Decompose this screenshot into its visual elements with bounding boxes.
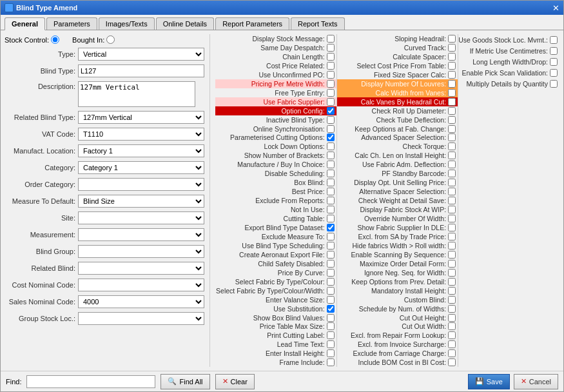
cb-online-synchronisation-input[interactable] [327, 125, 335, 133]
manufact-location-select[interactable]: Factory 1 [78, 144, 204, 157]
cb-lock-down-options-input[interactable] [327, 142, 335, 150]
measure-to-default-select[interactable]: Blind Size [78, 195, 204, 208]
cb-long-length-width-drop-input[interactable] [550, 58, 558, 66]
cb-cost-price-related-input[interactable] [327, 62, 335, 70]
cb-select-cost-price-table-input[interactable] [448, 62, 456, 70]
tab-online-details[interactable]: Online Details [156, 17, 214, 30]
cb-use-fabric-adm-deflection-input[interactable] [448, 161, 456, 168]
cb-calc-width-from-vanes-input[interactable] [448, 89, 456, 97]
cb-export-blind-type-dataset-input[interactable] [327, 224, 335, 231]
cb-display-stock-message-input[interactable] [327, 35, 335, 43]
cb-use-goods-stock-loc-input[interactable] [550, 36, 558, 44]
cb-include-bom-cost-input[interactable] [448, 358, 456, 366]
cb-keep-options-fab-change-input[interactable] [448, 125, 456, 133]
cb-override-number-of-width-input[interactable] [448, 215, 456, 222]
cb-multiply-details-quantity-input[interactable] [550, 80, 558, 88]
cb-exclude-measure-to-input[interactable] [327, 233, 335, 240]
cb-check-roll-up-diameter-input[interactable] [448, 107, 456, 115]
cb-custom-blind-input[interactable] [448, 296, 456, 304]
cb-curved-track-input[interactable] [448, 44, 456, 52]
stock-control-radio[interactable] [51, 35, 59, 44]
cb-use-unconfirmed-po-input[interactable] [327, 71, 335, 79]
cb-lead-time-text-input[interactable] [327, 340, 335, 348]
order-category-select[interactable] [78, 178, 204, 191]
cb-select-fabric-type-colour-width-input[interactable] [327, 287, 335, 295]
cb-parameterised-cutting-input[interactable] [327, 133, 335, 141]
cancel-button[interactable]: ✕ Cancel [514, 374, 558, 389]
tab-report-parameters[interactable]: Report Parameters [215, 17, 289, 30]
cb-chain-length-input[interactable] [327, 53, 335, 61]
site-select[interactable] [78, 211, 204, 224]
cb-option-config-input[interactable] [327, 107, 335, 115]
cb-use-blind-type-scheduling-input[interactable] [327, 242, 335, 250]
category-select[interactable]: Category 1 [78, 161, 204, 174]
cb-sloping-headrail-input[interactable] [448, 35, 456, 43]
cb-enable-pick-scan-input[interactable] [550, 69, 558, 77]
cb-box-blind-input[interactable] [327, 179, 335, 186]
cb-show-box-blind-values-input[interactable] [327, 314, 335, 322]
cb-same-day-despatch-input[interactable] [327, 44, 335, 52]
cb-not-in-use-input[interactable] [327, 206, 335, 213]
cb-exclude-from-reports-input[interactable] [327, 197, 335, 204]
cb-excl-invoice-surcharge-input[interactable] [448, 340, 456, 348]
cb-keep-options-prev-detail-input[interactable] [448, 278, 456, 286]
cb-mandatory-install-height-input[interactable] [448, 287, 456, 295]
cb-calc-vanes-headrail-cut-input[interactable] [448, 98, 456, 106]
cb-maximize-order-detail-form-input[interactable] [448, 260, 456, 268]
cb-enter-valance-size-input[interactable] [327, 296, 335, 304]
measurement-select[interactable] [78, 228, 204, 241]
cb-show-fabric-supplier-dle-input[interactable] [448, 224, 456, 231]
cb-enter-install-height-input[interactable] [327, 349, 335, 357]
related-blind-select[interactable] [78, 262, 204, 275]
vat-code-select[interactable]: T1110 [78, 128, 204, 141]
cb-show-num-brackets-input[interactable] [327, 152, 335, 159]
cb-display-fabric-stock-wip-input[interactable] [448, 206, 456, 213]
cb-calculate-spacer-input[interactable] [448, 53, 456, 61]
find-input[interactable] [26, 375, 155, 388]
cb-schedule-num-widths-input[interactable] [448, 305, 456, 313]
cb-excl-repair-form-lookup-input[interactable] [448, 331, 456, 339]
cb-cut-out-height-input[interactable] [448, 314, 456, 322]
related-blind-type-select[interactable]: 127mm Vertical [78, 111, 204, 124]
cb-ignore-neg-seq-width-input[interactable] [448, 269, 456, 277]
save-button[interactable]: 💾 Save [468, 374, 510, 389]
cb-frame-include-input[interactable] [327, 358, 335, 366]
tab-general[interactable]: General [5, 17, 45, 30]
tab-report-texts[interactable]: Report Texts [291, 17, 345, 30]
group-stock-loc-select[interactable] [78, 312, 204, 325]
cb-calc-ch-len-install-input[interactable] [448, 152, 456, 159]
close-button[interactable]: ✕ [552, 3, 559, 13]
cb-check-tube-deflection-input[interactable] [448, 116, 456, 124]
cb-pf-standby-barcode-input[interactable] [448, 170, 456, 177]
cb-select-fabric-type-colour-input[interactable] [327, 278, 335, 286]
blind-type-input[interactable] [78, 64, 204, 77]
cb-price-table-max-size-input[interactable] [327, 322, 335, 330]
tab-parameters[interactable]: Parameters [46, 17, 97, 30]
cb-advanced-spacer-selection-input[interactable] [448, 133, 456, 141]
cb-use-substitution-input[interactable] [327, 305, 335, 313]
bought-in-radio[interactable] [106, 35, 115, 44]
cost-nominal-code-select[interactable] [78, 279, 204, 291]
cb-exclude-carriage-charge-input[interactable] [448, 349, 456, 357]
cb-check-weight-detail-save-input[interactable] [448, 197, 456, 204]
cb-display-opt-unit-selling-price-input[interactable] [448, 179, 456, 186]
cb-manufacture-buy-input[interactable] [327, 161, 335, 168]
cb-cut-out-width-input[interactable] [448, 322, 456, 330]
cb-check-torque-input[interactable] [448, 142, 456, 150]
cb-cutting-table-input[interactable] [327, 215, 335, 222]
cb-fixed-size-spacer-calc-input[interactable] [448, 71, 456, 79]
cb-disable-scheduling-input[interactable] [327, 170, 335, 177]
tab-images-texts[interactable]: Images/Texts [99, 17, 155, 30]
cb-child-safety-disabled-input[interactable] [327, 260, 335, 268]
cb-inactive-blind-type-input[interactable] [327, 116, 335, 124]
blind-group-select[interactable] [78, 245, 204, 258]
find-all-button[interactable]: 🔍 Find All [160, 374, 209, 389]
description-textarea[interactable]: 127mm Vertical [78, 81, 195, 107]
cb-alternative-spacer-selection-input[interactable] [448, 188, 456, 195]
sales-nominal-code-select[interactable]: 4000 [78, 295, 204, 308]
cb-print-cutting-label-input[interactable] [327, 331, 335, 339]
cb-use-fabric-supplier-input[interactable] [327, 98, 335, 106]
cb-free-type-entry-input[interactable] [327, 89, 335, 97]
cb-pricing-per-metre-input[interactable] [327, 80, 335, 88]
cb-hide-fabrics-roll-width-input[interactable] [448, 242, 456, 250]
